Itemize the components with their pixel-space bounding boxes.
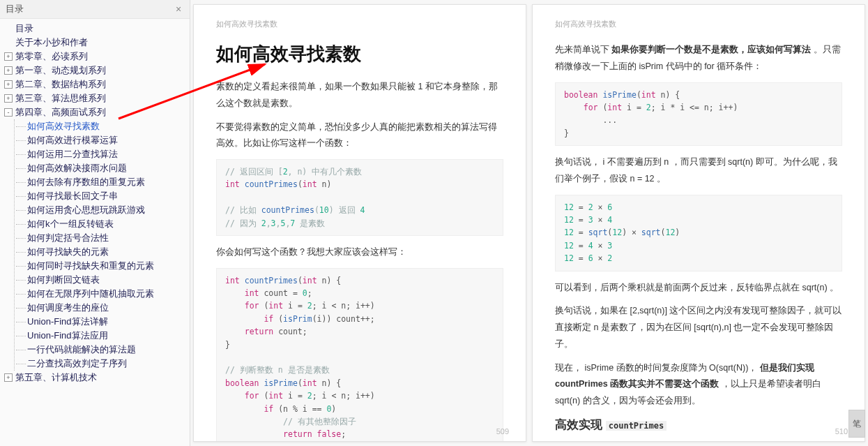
toc-item-label: 如何调度考生的座位: [27, 301, 109, 315]
toc-item-label: 如何去除有序数组的重复元素: [27, 175, 145, 189]
toc-item[interactable]: 如何运用二分查找算法: [16, 147, 190, 161]
expand-icon[interactable]: +: [4, 94, 13, 103]
code-block: int countPrimes(int n) { int count = 0; …: [216, 268, 503, 442]
toc-item-label: 第五章、计算机技术: [15, 371, 97, 385]
page-title: 如何高效寻找素数: [216, 42, 503, 66]
expand-icon[interactable]: +: [4, 66, 13, 75]
toc-item[interactable]: 如何同时寻找缺失和重复的元素: [16, 259, 190, 273]
toc-item[interactable]: 如何寻找缺失的元素: [16, 245, 190, 259]
toc-item[interactable]: 如何高效解决接雨水问题: [16, 161, 190, 175]
toc-item[interactable]: Union-Find算法详解: [16, 315, 190, 329]
toc-item[interactable]: 关于本小抄和作者: [4, 36, 190, 50]
paragraph: 先来简单说下 如果你要判断一个数是不是素数，应该如何写算法 。只需稍微修改一下上…: [555, 42, 842, 75]
close-icon[interactable]: ×: [173, 3, 184, 15]
paragraph: 可以看到，后两个乘积就是前面两个反过来，反转临界点就在 sqrt(n) 。: [555, 280, 842, 297]
paragraph: 你会如何写这个函数？我想大家应该会这样写：: [216, 244, 503, 261]
toc-body: 目录关于本小抄和作者+第零章、必读系列+第一章、动态规划系列+第二章、数据结构系…: [0, 19, 190, 446]
page-right: 如何高效寻找素数 先来简单说下 如果你要判断一个数是不是素数，应该如何写算法 。…: [532, 4, 865, 442]
pages-container: 如何高效寻找素数 如何高效寻找素数 素数的定义看起来很简单，如果一个数如果只能被…: [190, 0, 868, 446]
toc-item-label: 如何高效进行模幂运算: [27, 133, 118, 147]
running-head: 如何高效寻找素数: [555, 19, 842, 29]
toc-item-label: Union-Find算法详解: [27, 315, 108, 329]
toc-item[interactable]: 如何k个一组反转链表: [16, 217, 190, 231]
toc-item-label: 如何判断回文链表: [27, 273, 100, 287]
section-heading: 高效实现 countPrimes: [555, 417, 842, 433]
collapse-icon[interactable]: -: [4, 108, 13, 117]
toc-item-label: 如何判定括号合法性: [27, 231, 109, 245]
toc-header: 目录 ×: [0, 0, 190, 19]
text-bold: 如果你要判断一个数是不是素数，应该如何写算法: [611, 45, 811, 54]
page-number: 509: [496, 427, 509, 436]
running-head: 如何高效寻找素数: [216, 19, 503, 29]
toc-item[interactable]: +第一章、动态规划系列: [4, 64, 190, 77]
toc-item-label: 第一章、动态规划系列: [15, 64, 106, 77]
toc-item[interactable]: 如何在无限序列中随机抽取元素: [16, 287, 190, 301]
paragraph: 不要觉得素数的定义简单，恐怕没多少人真的能把素数相关的算法写得高效。比如让你写这…: [216, 119, 503, 153]
toc-item-label: 关于本小抄和作者: [15, 36, 88, 50]
expand-icon[interactable]: +: [4, 52, 13, 61]
toc-item-label: 第四章、高频面试系列: [15, 105, 106, 119]
toc-item-label: 如何高效解决接雨水问题: [27, 161, 127, 175]
toc-item[interactable]: 二分查找高效判定子序列: [16, 357, 190, 371]
notes-button-label: 笔: [853, 418, 861, 430]
toc-item-label: 如何高效寻找素数: [27, 119, 100, 133]
paragraph: 高效解决这个问题的核心思路是和上面的常规思路反着来：: [555, 438, 842, 442]
paragraph: 换句话说，如果在 [2,sqrt(n)] 这个区间之内没有发现可整除因子，就可以…: [555, 303, 842, 352]
toc-item[interactable]: 如何高效寻找素数: [16, 119, 190, 133]
paragraph: 现在， isPrime 函数的时间复杂度降为 O(sqrt(N))， 但是我们实…: [555, 360, 842, 410]
notes-button[interactable]: 笔: [848, 410, 865, 438]
toc-item[interactable]: +第五章、计算机技术: [4, 371, 190, 385]
toc-panel: 目录 × 目录关于本小抄和作者+第零章、必读系列+第一章、动态规划系列+第二章、…: [0, 0, 190, 446]
toc-item[interactable]: 目录: [4, 22, 190, 36]
toc-title: 目录: [6, 3, 24, 15]
toc-item-label: 第三章、算法思维系列: [15, 91, 106, 105]
toc-item-label: 如何在无限序列中随机抽取元素: [27, 287, 154, 301]
toc-item[interactable]: -第四章、高频面试系列: [4, 105, 190, 119]
paragraph: 素数的定义看起来很简单，如果一个数如果只能被 1 和它本身整除，那么这个数就是素…: [216, 79, 503, 112]
toc-item-label: 第零章、必读系列: [15, 50, 88, 64]
paragraph: 换句话说， i 不需要遍历到 n ，而只需要到 sqrt(n) 即可。为什么呢，…: [555, 154, 842, 188]
toc-item[interactable]: 如何判定括号合法性: [16, 231, 190, 245]
toc-item[interactable]: 如何判断回文链表: [16, 273, 190, 287]
text: 现在， isPrime 函数的时间复杂度降为 O(sqrt(N))，: [555, 363, 757, 373]
toc-item[interactable]: 如何调度考生的座位: [16, 301, 190, 315]
toc-item[interactable]: +第三章、算法思维系列: [4, 91, 190, 105]
toc-item-label: 如何同时寻找缺失和重复的元素: [27, 259, 154, 273]
toc-item[interactable]: 如何去除有序数组的重复元素: [16, 175, 190, 189]
toc-item-label: 二分查找高效判定子序列: [27, 357, 127, 371]
toc-item-label: 如何运用二分查找算法: [27, 147, 118, 161]
code-block: 12 = 2 × 6 12 = 3 × 4 12 = sqrt(12) × sq…: [555, 195, 842, 272]
toc-item-label: 目录: [15, 22, 33, 36]
text: 先来简单说下: [555, 45, 609, 54]
expand-icon[interactable]: +: [4, 373, 13, 382]
toc-item-label: 一行代码就能解决的算法题: [27, 343, 136, 357]
toc-item-label: Union-Find算法应用: [27, 329, 108, 343]
page-number: 510: [835, 427, 848, 436]
toc-item-label: 第二章、数据结构系列: [15, 77, 106, 91]
code-block: // 返回区间 [2, n) 中有几个素数 int countPrimes(in…: [216, 159, 503, 236]
toc-item-label: 如何寻找最长回文子串: [27, 189, 118, 203]
code-block: boolean isPrime(int n) { for (int i = 2;…: [555, 82, 842, 147]
expand-icon[interactable]: +: [4, 80, 13, 89]
text: 高效实现: [555, 418, 606, 431]
toc-item[interactable]: 如何高效进行模幂运算: [16, 133, 190, 147]
toc-item[interactable]: +第零章、必读系列: [4, 50, 190, 64]
toc-item[interactable]: 如何运用贪心思想玩跳跃游戏: [16, 203, 190, 217]
toc-item-label: 如何k个一组反转链表: [27, 217, 114, 231]
toc-item[interactable]: Union-Find算法应用: [16, 329, 190, 343]
toc-item[interactable]: +第二章、数据结构系列: [4, 77, 190, 91]
inline-code: countPrimes: [606, 421, 667, 431]
toc-item-label: 如何运用贪心思想玩跳跃游戏: [27, 203, 145, 217]
toc-item-label: 如何寻找缺失的元素: [27, 245, 109, 259]
toc-item[interactable]: 一行代码就能解决的算法题: [16, 343, 190, 357]
toc-item[interactable]: 如何寻找最长回文子串: [16, 189, 190, 203]
page-left: 如何高效寻找素数 如何高效寻找素数 素数的定义看起来很简单，如果一个数如果只能被…: [193, 4, 526, 442]
